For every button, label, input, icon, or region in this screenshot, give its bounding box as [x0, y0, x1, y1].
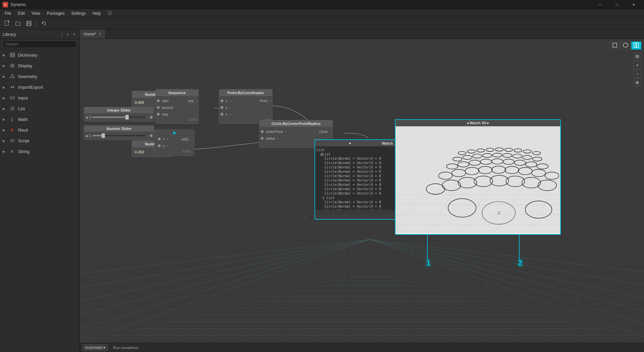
zoom-out-button[interactable]: −	[633, 70, 641, 78]
math-label: Math	[18, 117, 28, 122]
expand-arrow-icon: ▶	[3, 64, 7, 68]
menu-file[interactable]: File	[1, 10, 14, 16]
library-icon-2[interactable]: ▸	[65, 31, 71, 37]
maximize-button[interactable]: □	[609, 0, 625, 9]
menu-info[interactable]: ⓘ	[104, 10, 115, 17]
slider-value-display: 9	[89, 115, 91, 119]
port-centerpoint-in	[261, 130, 264, 133]
zoom-reset-button[interactable]: ⊕	[633, 78, 641, 86]
svg-point-20	[10, 107, 11, 108]
library-icon-3[interactable]: ≡	[71, 31, 77, 37]
integer-slider-track[interactable]	[93, 117, 145, 118]
home-tab[interactable]: Home* ✕	[80, 29, 106, 39]
point-row-y: y ›	[219, 104, 272, 111]
port-radius-in	[261, 137, 264, 140]
point-body: x › Point › y ›	[219, 96, 272, 124]
list-icon	[9, 105, 15, 112]
display-icon	[9, 63, 15, 69]
3d-view-button[interactable]	[621, 42, 631, 50]
sidebar-item-geometry[interactable]: ▶ Geometry	[0, 71, 79, 82]
list-label: List	[18, 106, 25, 111]
library-items: ▶ Dictionary ▶ Display ▶ Geometry	[0, 50, 79, 352]
sidebar-item-input[interactable]: ▶ Input	[0, 92, 79, 103]
importexport-label: ImportExport	[18, 85, 43, 90]
menubar: File Edit View Packages Settings Help ⓘ	[0, 9, 644, 17]
expand-arrow-icon: ▶	[3, 150, 7, 153]
integer-slider-output-port	[150, 116, 153, 119]
run-mode-label: Automatic	[85, 345, 103, 350]
sidebar-item-display[interactable]: ▶ Display	[0, 60, 79, 71]
zoom-fit-button[interactable]: ⊞	[633, 52, 641, 60]
string-label: String	[18, 149, 30, 154]
code-x-label: x	[162, 137, 166, 141]
menu-packages[interactable]: Packages	[44, 10, 68, 16]
sidebar-item-list[interactable]: ▶ List	[0, 103, 79, 114]
slider-out-arrow: ›	[147, 116, 148, 119]
input-icon	[9, 95, 15, 101]
watch-port-in: ◂	[317, 141, 382, 145]
number-value-1: 0.000	[133, 100, 145, 105]
importexport-icon	[9, 84, 15, 90]
slider-fill	[93, 117, 127, 118]
canvas[interactable]: Number 0.000 › Sequence	[80, 39, 644, 352]
port-step-label: step	[161, 113, 170, 116]
library-title: Library	[3, 32, 58, 37]
slider-decrease-button[interactable]: ◂	[85, 115, 88, 120]
svg-rect-56	[396, 128, 560, 231]
svg-rect-6	[27, 23, 31, 25]
port-z-label: z	[224, 113, 229, 116]
seq-row-step: step	[156, 111, 198, 118]
titlebar: D Dynamo ─ □ ✕	[0, 0, 644, 9]
svg-rect-115	[613, 43, 617, 47]
sidebar-item-dictionary[interactable]: ▶ Dictionary	[0, 50, 79, 60]
menu-help[interactable]: Help	[89, 10, 104, 16]
menu-edit[interactable]: Edit	[14, 10, 28, 16]
library-icon-1[interactable]: |	[59, 31, 65, 37]
sequence-auto: AUTO	[156, 118, 198, 122]
toolbar-separator	[36, 20, 37, 27]
slider-thumb2[interactable]	[102, 133, 105, 138]
number-slider-track[interactable]	[93, 135, 145, 136]
zoom-in-button[interactable]: +	[633, 61, 641, 69]
revit-icon: R	[9, 127, 15, 133]
save-button[interactable]	[24, 19, 34, 28]
dictionary-icon	[9, 52, 15, 58]
svg-line-25	[12, 139, 13, 142]
sidebar-item-importexport[interactable]: ▶ ImportExport	[0, 82, 79, 92]
port-amount-label: amount	[161, 106, 174, 110]
sidebar-item-string[interactable]: ▶ A String	[0, 146, 79, 157]
sidebar-item-script[interactable]: ▶ Script	[0, 135, 79, 146]
app-icon: D	[3, 2, 8, 7]
seq-row-amount: amount	[156, 104, 198, 111]
svg-point-12	[12, 65, 13, 66]
circle-out-arrow: ›	[330, 130, 331, 134]
tab-close-icon[interactable]: ✕	[98, 32, 101, 36]
close-button[interactable]: ✕	[626, 0, 641, 9]
2d-view-button[interactable]	[610, 42, 620, 50]
undo-button[interactable]	[39, 19, 49, 28]
watch3d-port-in: ◂	[467, 121, 469, 125]
watch3d-header: ◂ Watch 3D ▸	[396, 120, 560, 126]
slider-thumb[interactable]	[125, 115, 129, 120]
port-step-in	[157, 113, 160, 116]
svg-rect-117	[634, 43, 636, 48]
new-button[interactable]	[3, 19, 12, 28]
menu-settings[interactable]: Settings	[68, 10, 89, 16]
number-slider-output-port	[150, 134, 153, 137]
sidebar-item-revit[interactable]: ▶ R Revit	[0, 125, 79, 135]
code-x-arrow: ›	[167, 137, 168, 141]
bottombar: Automatic ▾ Run completed.	[80, 343, 644, 352]
slider-decrease-btn2[interactable]: ◂	[85, 133, 88, 138]
sidebar-item-math[interactable]: ▶ ∑ Math	[0, 114, 79, 125]
search-input[interactable]	[3, 41, 77, 48]
run-mode-select[interactable]: Automatic ▾	[82, 344, 108, 351]
minimize-button[interactable]: ─	[592, 0, 608, 9]
search-box	[0, 39, 79, 50]
integer-slider-node: Integer Slider ◂ 9 ›	[84, 107, 154, 122]
split-view-button[interactable]	[631, 42, 641, 50]
svg-point-21	[10, 108, 11, 109]
menu-view[interactable]: View	[28, 10, 44, 16]
input-label: Input	[18, 95, 28, 100]
radius-arrow: ›	[277, 137, 278, 140]
open-button[interactable]	[13, 19, 23, 28]
